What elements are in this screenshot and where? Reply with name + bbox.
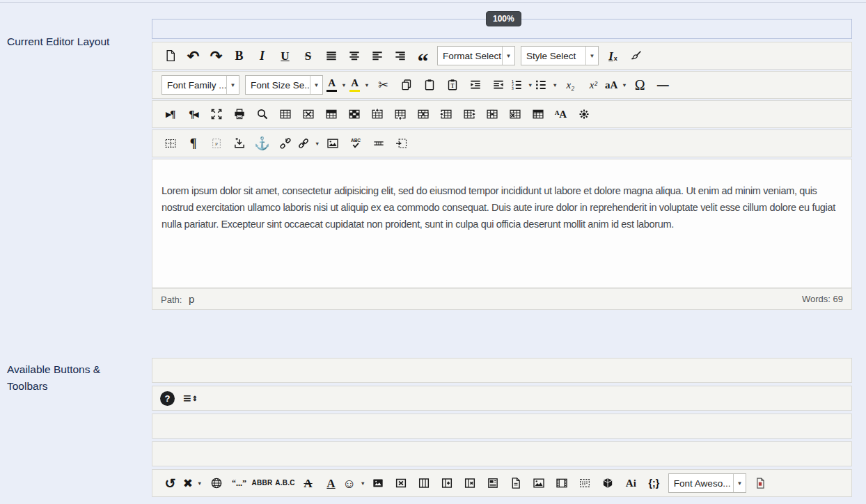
text-color-button[interactable]: A▼ [326, 74, 349, 96]
cube-button[interactable] [597, 472, 620, 494]
toolbar-toggle-button[interactable]: ≡⇕ [179, 387, 202, 409]
subscript-button[interactable]: x₂ [559, 74, 582, 96]
cell-properties-button[interactable] [343, 103, 365, 125]
insert-row-below-button[interactable] [388, 103, 411, 125]
paste-as-text-button[interactable] [441, 74, 464, 96]
fullscreen-button[interactable] [205, 103, 228, 125]
dropdown-arrow-icon[interactable]: ▼ [528, 82, 533, 88]
indent-button[interactable] [464, 74, 487, 96]
readmore-button[interactable] [390, 132, 413, 155]
print-button[interactable] [228, 103, 251, 125]
ordered-list-button[interactable]: ▼ [510, 74, 534, 96]
dropdown-arrow-icon[interactable]: ▼ [197, 480, 202, 487]
superscript-button[interactable]: x² [582, 74, 605, 96]
new-document-button[interactable] [159, 45, 182, 67]
template-button[interactable] [228, 132, 251, 155]
paste-button[interactable] [418, 74, 441, 96]
spellcheck-button[interactable] [344, 132, 367, 155]
undo-button[interactable]: ↶ [182, 45, 205, 67]
blockquote-button[interactable]: “ [411, 45, 434, 67]
outdent-button[interactable] [487, 74, 510, 96]
strikethrough-button[interactable]: S [297, 45, 320, 67]
redo-button[interactable]: ↷ [205, 45, 228, 67]
article-button[interactable] [482, 472, 505, 494]
link-button[interactable]: ▼ [297, 132, 321, 155]
cut-button[interactable]: ✂ [372, 74, 395, 96]
dropdown-arrow-icon[interactable]: ▼ [622, 82, 627, 88]
editor-content-area[interactable]: Lorem ipsum dolor sit amet, consectetur … [152, 159, 852, 288]
insert-column-after-button[interactable] [457, 103, 480, 125]
font-family-select[interactable]: Font Family ...▼ [162, 75, 239, 95]
dropdown-arrow-icon[interactable]: ▼ [341, 82, 346, 88]
delete-row-button[interactable] [411, 103, 434, 125]
align-left-button[interactable] [365, 45, 388, 67]
dropdown-arrow-icon[interactable]: ▼ [364, 82, 369, 88]
language-button[interactable]: ᴬA [549, 103, 572, 125]
deleted-text-button[interactable]: A [297, 472, 320, 494]
image-button[interactable] [321, 132, 344, 155]
format-select[interactable]: Format Select▼ [437, 46, 515, 65]
editor-toolbar-row-3: ▸¶¶◂ᴬA [152, 100, 852, 128]
acronym-button[interactable]: A.B.C [274, 472, 297, 494]
remove-column-button[interactable] [459, 472, 482, 494]
delete-media-button[interactable] [390, 472, 413, 494]
underline-button[interactable]: U [274, 45, 297, 67]
image-button[interactable] [528, 472, 551, 494]
align-right-button[interactable] [388, 45, 411, 67]
align-justify-button[interactable] [320, 45, 343, 67]
snippet-button[interactable]: {;} [643, 472, 666, 494]
special-character-button[interactable]: Ω [629, 74, 652, 96]
path-value[interactable]: p [189, 293, 194, 305]
remove-format-button[interactable]: Ix [601, 45, 624, 67]
insert-row-above-button[interactable] [365, 103, 388, 125]
row-properties-button[interactable] [320, 103, 343, 125]
ltr-button[interactable]: ▸¶ [159, 103, 182, 125]
visual-chars-button[interactable]: ¶ [182, 132, 205, 155]
joomla-button[interactable]: ✖▼ [182, 472, 205, 494]
italic-button[interactable]: I [251, 45, 274, 67]
split-cells-button[interactable] [503, 103, 526, 125]
textpattern-button[interactable] [574, 472, 597, 494]
pagebreak-button[interactable] [367, 132, 390, 155]
unlink-button[interactable] [274, 132, 297, 155]
dropdown-arrow-icon[interactable]: ▼ [360, 480, 365, 487]
file-button[interactable] [505, 472, 528, 494]
align-center-button[interactable] [343, 45, 365, 67]
help-button[interactable]: ? [160, 391, 175, 406]
case-change-button[interactable]: aA▼ [605, 74, 629, 96]
dropdown-arrow-icon[interactable]: ▼ [315, 141, 320, 147]
insert-column-before-button[interactable] [434, 103, 457, 125]
rtl-button[interactable]: ¶◂ [182, 103, 205, 125]
font-awesome-select[interactable]: Font Aweso...▼ [668, 473, 746, 493]
film-button[interactable] [551, 472, 574, 494]
preferences-button[interactable] [572, 103, 595, 125]
dropdown-arrow-icon[interactable]: ▼ [552, 82, 557, 88]
visual-blocks-button[interactable] [205, 132, 228, 155]
visual-aid-button[interactable] [159, 132, 182, 155]
bold-button[interactable]: B [228, 45, 251, 67]
style-select[interactable]: Style Select▼ [521, 46, 599, 65]
cleanup-button[interactable] [624, 45, 647, 67]
delete-table-button[interactable] [297, 103, 320, 125]
anchor-button[interactable]: ⚓ [251, 132, 274, 155]
inserted-text-button[interactable]: A [320, 472, 343, 494]
copy-button[interactable] [395, 74, 418, 96]
quotes-button[interactable]: “...” [228, 472, 251, 494]
add-column-button[interactable] [436, 472, 459, 494]
delete-column-button[interactable] [480, 103, 503, 125]
font-size-select[interactable]: Font Size Se...▼ [245, 75, 323, 95]
insert-table-button[interactable] [274, 103, 297, 125]
abbreviation-button[interactable]: ABBR [251, 472, 274, 494]
globe-button[interactable] [205, 472, 228, 494]
ai-button[interactable]: Ai [620, 472, 643, 494]
emoticons-button[interactable]: ☺▼ [343, 472, 367, 494]
columns-button[interactable] [413, 472, 436, 494]
bullet-list-button[interactable]: ▼ [534, 74, 558, 96]
pdf-document-button[interactable] [749, 472, 772, 494]
restore-button[interactable]: ↺ [159, 472, 182, 494]
highlight-color-button[interactable]: A▼ [349, 74, 372, 96]
search-replace-button[interactable] [251, 103, 274, 125]
merge-cells-button[interactable] [526, 103, 549, 125]
horizontal-rule-button[interactable]: — [652, 74, 675, 96]
media-button[interactable] [367, 472, 390, 494]
